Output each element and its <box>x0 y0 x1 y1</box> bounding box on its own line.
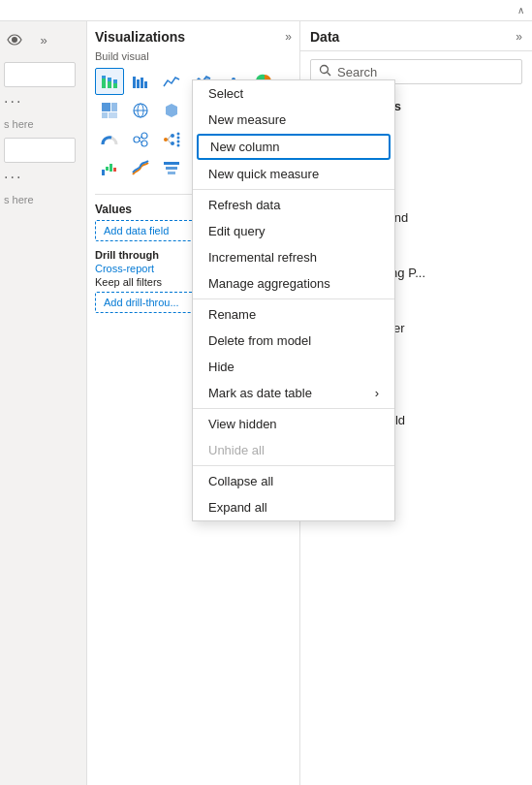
viz-expand-icon[interactable]: » <box>285 30 292 44</box>
ribbon-icon[interactable] <box>126 155 155 182</box>
viz-title: Visualizations <box>95 29 185 45</box>
svg-point-39 <box>164 138 168 141</box>
menu-item-manage-aggregations[interactable]: Manage aggregations <box>193 270 394 297</box>
menu-item-refresh-data[interactable]: Refresh data <box>193 192 394 218</box>
svg-rect-16 <box>102 103 110 111</box>
svg-line-47 <box>168 140 171 143</box>
build-visual-label: Build visual <box>95 50 292 62</box>
svg-rect-63 <box>168 172 175 174</box>
svg-rect-9 <box>141 78 143 88</box>
left-input-2[interactable] <box>4 138 76 163</box>
dots-menu-2[interactable]: ··· <box>4 169 82 186</box>
svg-rect-60 <box>113 168 116 172</box>
menu-item-rename[interactable]: Rename <box>193 301 394 328</box>
decomp-tree-icon[interactable] <box>157 126 186 153</box>
svg-rect-2 <box>102 76 106 78</box>
eye-icon[interactable] <box>4 29 25 50</box>
menu-item-select[interactable]: Select <box>193 80 394 107</box>
context-menu: Select New measure New column New quick … <box>192 79 395 521</box>
mark-as-date-table-label: Mark as date table <box>208 386 312 400</box>
menu-item-mark-as-date-table[interactable]: Mark as date table › <box>193 380 394 406</box>
svg-rect-8 <box>137 79 140 88</box>
menu-divider-4 <box>193 465 394 466</box>
svg-point-43 <box>177 137 180 140</box>
top-bar: ∧ <box>0 0 532 21</box>
left-input-1[interactable] <box>4 62 76 87</box>
dots-menu-1[interactable]: ··· <box>4 93 82 110</box>
funnel-icon[interactable] <box>157 155 186 182</box>
svg-point-64 <box>321 66 329 74</box>
menu-divider-3 <box>193 408 394 409</box>
svg-point-36 <box>141 141 147 146</box>
collapse-icon[interactable]: ∧ <box>517 5 524 16</box>
data-title: Data <box>310 29 339 45</box>
svg-point-45 <box>177 144 180 147</box>
menu-item-incremental-refresh[interactable]: Incremental refresh <box>193 244 394 270</box>
svg-rect-5 <box>113 83 117 88</box>
submenu-arrow-icon: › <box>375 386 379 400</box>
main-layout: » ··· s here ··· s here Visualizations »… <box>0 21 532 785</box>
svg-point-41 <box>171 141 174 145</box>
svg-point-44 <box>177 141 180 143</box>
menu-item-collapse-all[interactable]: Collapse all <box>193 468 394 494</box>
gauge-icon[interactable] <box>95 126 124 153</box>
line-chart-icon[interactable] <box>157 68 186 95</box>
data-header: Data » <box>300 21 532 51</box>
svg-line-37 <box>140 137 141 139</box>
svg-rect-19 <box>109 112 117 118</box>
menu-item-hide[interactable]: Hide <box>193 354 394 380</box>
stacked-bar-chart-icon[interactable] <box>95 68 124 95</box>
left-text-1: s here <box>4 116 82 132</box>
svg-point-35 <box>141 133 147 139</box>
menu-item-expand-all[interactable]: Expand all <box>193 494 394 520</box>
menu-item-delete-from-model[interactable]: Delete from model <box>193 328 394 354</box>
svg-rect-10 <box>144 81 147 88</box>
svg-rect-3 <box>108 81 111 88</box>
svg-rect-58 <box>106 167 109 171</box>
svg-rect-17 <box>111 103 117 111</box>
key-influencer-icon[interactable] <box>126 126 155 153</box>
menu-item-edit-query[interactable]: Edit query <box>193 218 394 244</box>
waterfall-icon[interactable] <box>95 155 124 182</box>
svg-point-42 <box>177 133 180 136</box>
left-sidebar: » ··· s here ··· s here <box>0 21 87 785</box>
visualizations-panel: Visualizations » Build visual <box>87 21 300 785</box>
search-icon <box>319 64 331 79</box>
menu-item-view-hidden[interactable]: View hidden <box>193 411 394 437</box>
filled-map-icon[interactable] <box>157 97 186 124</box>
menu-item-new-column[interactable]: New column <box>197 134 391 160</box>
search-placeholder-text: Search <box>337 65 514 79</box>
viz-header: Visualizations » <box>95 29 292 45</box>
svg-rect-1 <box>102 78 106 88</box>
menu-item-unhide-all: Unhide all <box>193 437 394 463</box>
svg-rect-59 <box>110 164 112 172</box>
svg-rect-7 <box>133 77 136 88</box>
nav-chevron-right[interactable]: » <box>33 29 54 50</box>
clustered-bar-chart-icon[interactable] <box>126 68 155 95</box>
svg-line-65 <box>328 73 330 76</box>
svg-rect-61 <box>164 162 179 165</box>
svg-rect-18 <box>102 112 108 118</box>
menu-divider-1 <box>193 189 394 190</box>
data-expand-icon[interactable]: » <box>516 30 522 44</box>
svg-line-46 <box>168 136 171 140</box>
map-icon[interactable] <box>126 97 155 124</box>
menu-item-new-measure[interactable]: New measure <box>193 107 394 133</box>
left-nav: » <box>4 29 82 56</box>
treemap-icon[interactable] <box>95 97 124 124</box>
menu-divider-2 <box>193 298 394 299</box>
svg-point-0 <box>12 37 17 43</box>
svg-line-38 <box>140 141 141 142</box>
svg-rect-6 <box>113 79 117 83</box>
svg-rect-57 <box>102 170 105 175</box>
svg-point-34 <box>134 137 140 142</box>
svg-rect-62 <box>166 167 177 170</box>
svg-point-40 <box>171 134 174 138</box>
menu-item-new-quick-measure[interactable]: New quick measure <box>193 161 394 187</box>
svg-rect-4 <box>108 78 111 81</box>
left-text-2: s here <box>4 192 82 207</box>
